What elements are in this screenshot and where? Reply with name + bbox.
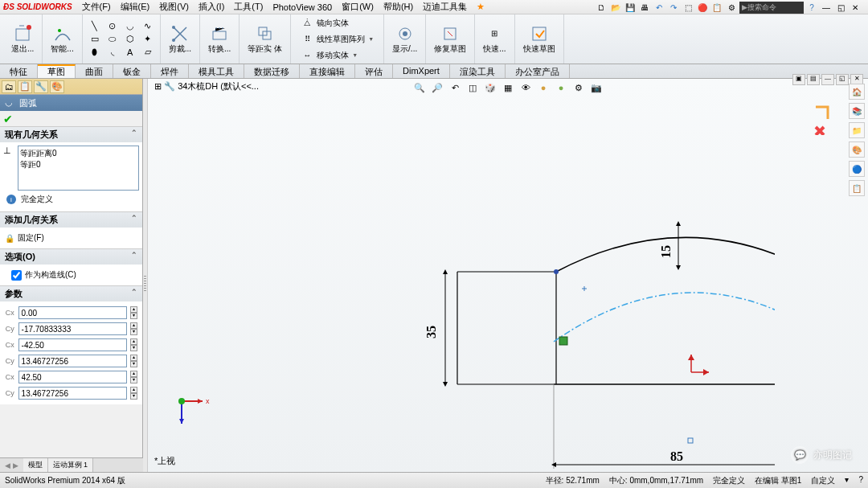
print-icon[interactable]: 🖶	[638, 1, 651, 14]
zoom-fit-icon[interactable]: 🔍	[412, 80, 427, 95]
tab-features[interactable]: 特征	[0, 64, 38, 78]
quick-button[interactable]: ⊞快速...	[481, 23, 507, 56]
param-input-0[interactable]	[18, 306, 127, 319]
construction-checkbox[interactable]: 作为构造线(C)	[3, 268, 139, 282]
spin-down[interactable]: ▾	[130, 361, 137, 367]
undo-icon[interactable]: ↶	[653, 1, 665, 14]
rebuild-icon[interactable]: 🔴	[696, 1, 709, 14]
taskpane-palette-icon[interactable]: 🎨	[849, 141, 865, 158]
render-icon[interactable]: 📷	[589, 80, 604, 95]
param-input-3[interactable]	[18, 355, 127, 367]
repair-button[interactable]: 修复草图	[432, 23, 468, 56]
pm-tab-property-icon[interactable]: 📋	[18, 80, 32, 93]
menu-tools[interactable]: 工具(T)	[229, 1, 268, 13]
show-button[interactable]: 显示/...	[391, 23, 419, 56]
point-tool-icon[interactable]: ✦	[141, 33, 155, 46]
settings-icon[interactable]: ⚙	[725, 1, 738, 14]
move-button[interactable]: ↔移动实体▼	[297, 47, 361, 64]
offset-button[interactable]: 等距实 体	[246, 23, 284, 56]
section-params-header[interactable]: 参数⌃	[0, 286, 142, 301]
tab-datamigr[interactable]: 数据迁移	[244, 64, 300, 78]
trim-button[interactable]: 剪裁...	[167, 23, 193, 56]
tab-model[interactable]: 模型	[23, 458, 48, 472]
vp-tile-icon[interactable]: ▣	[792, 74, 805, 85]
tab-surface[interactable]: 曲面	[76, 64, 113, 78]
dim-85[interactable]: 85	[670, 449, 683, 463]
redo-icon[interactable]: ↷	[667, 1, 680, 14]
param-input-1[interactable]	[18, 322, 127, 335]
spin-up[interactable]: ▴	[130, 306, 137, 313]
sketch-geometry[interactable]: 35 15 50 R10 85	[301, 139, 775, 485]
dim-35[interactable]: 35	[424, 326, 438, 338]
spin-up[interactable]: ▴	[130, 355, 137, 361]
tab-motion1[interactable]: 运动算例 1	[48, 458, 94, 472]
dim-15[interactable]: 15	[659, 245, 673, 258]
select-icon[interactable]: ⬚	[682, 1, 694, 14]
scene-icon[interactable]: ●	[554, 80, 568, 95]
tab-office[interactable]: 办公室产品	[506, 64, 570, 78]
param-input-5[interactable]	[18, 387, 127, 400]
view-settings-icon[interactable]: ⚙	[571, 80, 586, 95]
document-breadcrumb[interactable]: ⊞ 🔧 34木梳DH (默认<<...	[154, 80, 259, 92]
spin-up[interactable]: ▴	[130, 322, 137, 329]
tab-sketch[interactable]: 草图	[38, 64, 76, 78]
tab-mold[interactable]: 模具工具	[189, 64, 244, 78]
taskpane-appearance-icon[interactable]: 🔵	[849, 161, 865, 177]
close-icon[interactable]: ✕	[849, 1, 862, 14]
section-options-header[interactable]: 选项(O)⌃	[0, 249, 142, 265]
options-icon[interactable]: 📋	[710, 1, 723, 14]
section-view-icon[interactable]: ◫	[465, 80, 480, 95]
taskpane-resources-icon[interactable]: 🏠	[849, 84, 865, 100]
vp-max-icon[interactable]: ◱	[836, 74, 849, 85]
spin-up[interactable]: ▴	[130, 338, 137, 345]
smart-dimension-button[interactable]: 智能...	[49, 23, 75, 56]
taskpane-properties-icon[interactable]: 📋	[849, 180, 865, 196]
menu-window[interactable]: 窗口(W)	[337, 1, 379, 13]
convert-button[interactable]: 转换...	[207, 23, 232, 56]
hide-show-icon[interactable]: 👁	[518, 80, 533, 95]
spin-up[interactable]: ▴	[130, 371, 137, 377]
view-triad[interactable]: x	[172, 392, 212, 432]
line-tool-icon[interactable]: ╲	[88, 20, 102, 33]
zoom-area-icon[interactable]: 🔎	[430, 80, 444, 95]
menu-edit[interactable]: 编辑(E)	[116, 1, 155, 13]
rect-tool-icon[interactable]: ▭	[88, 33, 102, 46]
minimize-icon[interactable]: —	[820, 1, 833, 14]
plane-tool-icon[interactable]: ▱	[141, 46, 155, 59]
ok-button[interactable]: ✔	[3, 113, 13, 125]
spline-tool-icon[interactable]: ∿	[141, 20, 155, 33]
tab-directedit[interactable]: 直接编辑	[300, 64, 355, 78]
pm-tab-config-icon[interactable]: 🔧	[34, 80, 48, 93]
pattern-button[interactable]: ⠿线性草图阵列▼	[297, 31, 377, 47]
menu-photoview[interactable]: PhotoView 360	[268, 2, 337, 12]
vp-cascade-icon[interactable]: ▤	[807, 74, 820, 85]
relations-list[interactable]: 等距距离0 等距0	[18, 146, 139, 191]
command-search[interactable]: ▶ 搜索命令	[739, 2, 804, 14]
menu-help[interactable]: 帮助(H)	[379, 1, 418, 13]
vp-min-icon[interactable]: —	[821, 74, 834, 85]
fix-relation-button[interactable]: 🔒固定(F)	[3, 231, 139, 245]
relation-item[interactable]: 等距0	[20, 159, 137, 170]
tab-dimxpert[interactable]: DimXpert	[393, 64, 450, 78]
mirror-button[interactable]: ⧊镜向实体	[297, 15, 352, 31]
polygon-tool-icon[interactable]: ⬡	[123, 33, 137, 46]
save-icon[interactable]: 💾	[624, 1, 637, 14]
tab-weldment[interactable]: 焊件	[151, 64, 189, 78]
tab-evaluate[interactable]: 评估	[355, 64, 393, 78]
help-icon[interactable]: ?	[805, 1, 818, 14]
arc-tool-icon[interactable]: ◡	[123, 20, 137, 33]
text-tool-icon[interactable]: A	[123, 46, 137, 59]
relation-item[interactable]: 等距距离0	[20, 148, 137, 159]
menu-star-icon[interactable]: ★	[472, 2, 489, 12]
spin-down[interactable]: ▾	[130, 393, 137, 400]
appearance-icon[interactable]: ●	[536, 80, 551, 95]
menu-maidi[interactable]: 迈迪工具集	[418, 1, 472, 13]
display-style-icon[interactable]: ▦	[501, 80, 515, 95]
menu-file[interactable]: 文件(F)	[77, 1, 116, 13]
spin-down[interactable]: ▾	[130, 345, 137, 351]
open-icon[interactable]: 📂	[609, 1, 622, 14]
exit-sketch-button[interactable]: 退出...	[10, 23, 35, 56]
status-custom[interactable]: 自定义	[811, 475, 835, 486]
confirm-ok-icon[interactable]	[816, 107, 828, 119]
section-add-header[interactable]: 添加几何关系⌃	[0, 212, 142, 228]
